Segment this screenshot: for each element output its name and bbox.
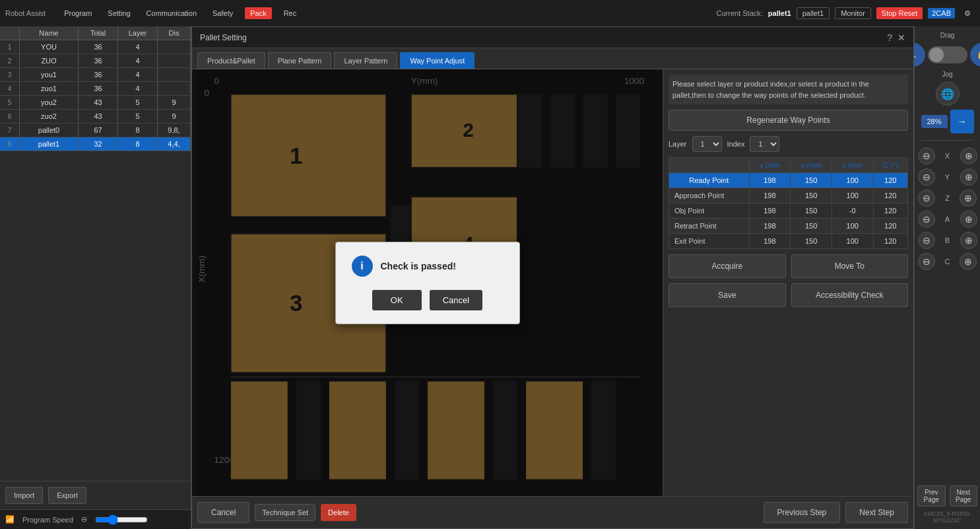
app-title: Robot Assist [5,9,46,17]
tab-layer-pattern[interactable]: Layer Pattern [334,52,397,69]
table-row[interactable]: 3 you1 36 4 [0,68,191,82]
nav-pack[interactable]: Pack [245,7,271,19]
table-row[interactable]: 7 pallet0 67 8 9,8, [0,123,191,137]
dialog-close-btn[interactable]: ✕ [898,32,905,43]
dialog-help-btn[interactable]: ? [887,32,892,43]
modal-message: Check is passed! [381,261,456,271]
cancel-btn[interactable]: Cancel [197,502,249,523]
next-step-btn[interactable]: Next Step [845,502,908,523]
tab-product-pallet[interactable]: Product&Pallet [197,52,265,69]
speed-icon: ⊖ [81,515,87,524]
nav-rec[interactable]: Rec [280,8,301,18]
save-btn[interactable]: Save [669,283,786,307]
x-plus-btn[interactable]: ⊕ [960,147,977,164]
drag-hand-btn[interactable]: ✋ [970,43,981,67]
monitor-btn[interactable]: Monitor [835,7,871,19]
robot-panel: Drag ↖ ✋ Jog 🌐 28% → ⊖ X ⊕ ⊖ Y ⊕ ⊖ Z [914,26,980,529]
table-row[interactable]: 6 zuo2 43 5 9 [0,110,191,123]
acquire-btn[interactable]: Accquire [669,254,786,278]
b-minus-btn[interactable]: ⊖ [918,232,935,249]
table-row[interactable]: 4 zuo1 36 4 [0,82,191,96]
waypoint-row[interactable]: Obj Point 198 150 -0 120 [669,203,908,219]
next-page-btn[interactable]: Next Page [950,485,978,507]
export-btn[interactable]: Export [48,487,86,504]
layer-select[interactable]: 123 [692,136,722,152]
table-row[interactable]: 2 ZUO 36 4 [0,54,191,68]
canvas-area: 0 Y(mm) 1000 X(mm) 1200 1 2 [192,69,663,496]
index-select[interactable]: 123 [750,136,779,152]
c-minus-btn[interactable]: ⊖ [918,253,935,270]
move-to-btn[interactable]: Move To [791,254,909,278]
nav-safety[interactable]: Safety [209,8,237,18]
bottom-info: XMC25_5-R1650-W7G3Z0C [917,511,977,524]
nav-program[interactable]: Program [60,8,96,18]
waypoint-row[interactable]: Retract Point 198 150 100 120 [669,219,908,234]
c-axis-label: C [945,258,950,265]
table-row[interactable]: 8 pallet1 32 8 4,4, [0,137,191,151]
technique-set-btn[interactable]: Technique Set [255,504,315,521]
b-axis-row: ⊖ B ⊕ [918,232,977,249]
delete-btn[interactable]: Delete [321,504,356,521]
dialog-body: 0 Y(mm) 1000 X(mm) 1200 1 2 [192,69,913,496]
tab-plane-pattern[interactable]: Plane Pattern [268,52,332,69]
y-axis-label: Y [945,173,950,181]
previous-step-btn[interactable]: Previous Step [764,502,841,523]
right-section: Current Stack: pallet1 pallet1 Monitor S… [717,7,975,19]
modal-buttons: OK Cancel [352,290,504,310]
nav-page-row: Prev Page Next Page [917,485,977,507]
c-plus-btn[interactable]: ⊕ [960,253,977,270]
stop-reset-btn[interactable]: Stop Reset [876,7,923,19]
arrow-forward-btn[interactable]: → [950,110,974,133]
regenerate-btn[interactable]: Regenerate Way Points [669,110,908,131]
a-minus-btn[interactable]: ⊖ [918,211,935,228]
col-dis: Dis [158,26,191,40]
x-axis-label: X [945,152,950,160]
settings-icon[interactable]: ⚙ [960,8,975,19]
wifi-icon: 📶 [5,515,15,524]
nav-communication[interactable]: Communication [143,8,201,18]
col-total: Total [79,26,118,40]
layer-index-row: Layer 123 Index 123 [669,136,908,152]
x-minus-btn[interactable]: ⊖ [918,147,935,164]
table-rows: 1 YOU 36 4 2 ZUO 36 4 3 you1 36 4 4 zuo1… [0,40,191,151]
col-header-name [669,158,750,173]
pallet-btn[interactable]: pallet1 [797,7,830,19]
nav-setting[interactable]: Setting [104,8,134,18]
c-axis-row: ⊖ C ⊕ [918,253,977,270]
col-header-z: z (mm [832,158,873,173]
z-axis-row: ⊖ Z ⊕ [918,190,977,207]
waypoint-row[interactable]: Approach Point 198 150 100 120 [669,188,908,203]
modal-cancel-btn[interactable]: Cancel [430,290,482,310]
tab-way-point-adjust[interactable]: Way Point Adjust [400,52,474,69]
dialog-title: Pallet Setting [200,33,247,42]
b-axis-label: B [945,236,950,244]
y-plus-btn[interactable]: ⊕ [960,168,977,186]
speed-slider[interactable] [95,514,148,525]
dialog-footer: Cancel Technique Set Delete Previous Ste… [192,496,913,528]
prev-page-btn[interactable]: Prev Page [917,485,946,507]
col-num [0,26,20,40]
waypoint-row[interactable]: Exit Point 198 150 100 120 [669,234,908,249]
drag-label: Drag [940,32,955,39]
z-plus-btn[interactable]: ⊕ [960,190,977,207]
import-btn[interactable]: Import [5,487,43,504]
z-minus-btn[interactable]: ⊖ [918,190,935,207]
dialog-titlebar: Pallet Setting ? ✕ [192,27,913,48]
center-panel: Pallet Setting ? ✕ Product&Pallet Plane … [191,26,914,529]
drag-toggle[interactable] [928,46,967,63]
y-minus-btn[interactable]: ⊖ [918,168,935,186]
b-plus-btn[interactable]: ⊕ [960,232,977,249]
accessibility-check-btn[interactable]: Accessibility Check [791,283,909,307]
modal-ok-btn[interactable]: OK [372,290,422,310]
top-bar: Robot Assist Program Setting Communicati… [0,0,980,26]
a-plus-btn[interactable]: ⊕ [960,211,977,228]
table-row[interactable]: 1 YOU 36 4 [0,40,191,54]
modal-info-icon: i [352,256,373,277]
modal-overlay: i Check is passed! OK Cancel [192,69,663,496]
table-row[interactable]: 5 you2 43 5 9 [0,96,191,110]
waypoint-row[interactable]: Ready Point 198 150 100 120 [669,173,908,188]
col-name: Name [20,26,79,40]
globe-btn[interactable]: 🌐 [936,82,960,106]
info-description: Please select layer or product index,or … [669,75,908,104]
dialog-container: Pallet Setting ? ✕ Product&Pallet Plane … [191,26,914,529]
